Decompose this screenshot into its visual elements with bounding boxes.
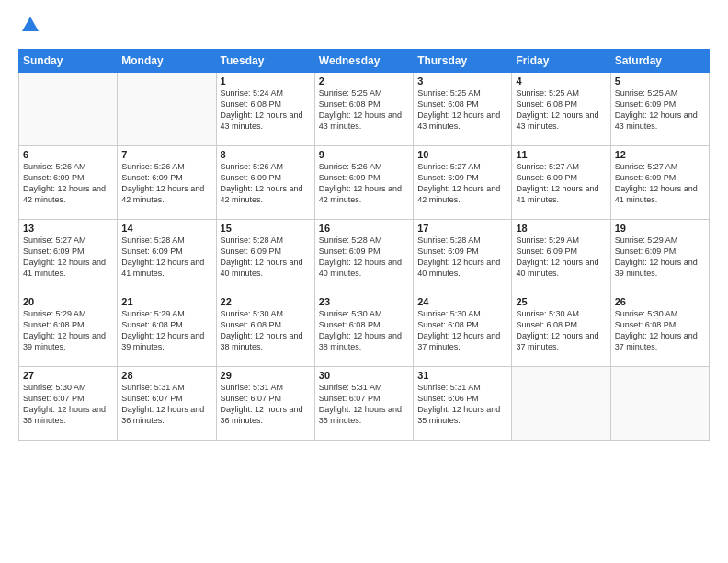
cell-info: Sunrise: 5:26 AMSunset: 6:09 PMDaylight:…	[121, 161, 211, 206]
calendar-cell	[512, 366, 610, 440]
calendar-cell: 11Sunrise: 5:27 AMSunset: 6:09 PMDayligh…	[512, 145, 610, 219]
cell-info: Sunrise: 5:26 AMSunset: 6:09 PMDaylight:…	[221, 161, 311, 206]
calendar-cell: 9Sunrise: 5:26 AMSunset: 6:09 PMDaylight…	[314, 145, 413, 219]
calendar-cell: 8Sunrise: 5:26 AMSunset: 6:09 PMDaylight…	[216, 145, 314, 219]
day-number: 22	[221, 296, 311, 307]
calendar-cell: 14Sunrise: 5:28 AMSunset: 6:09 PMDayligh…	[118, 219, 216, 293]
cell-info: Sunrise: 5:27 AMSunset: 6:09 PMDaylight:…	[516, 161, 606, 206]
day-number: 20	[23, 296, 113, 307]
day-number: 26	[615, 296, 705, 307]
calendar-cell	[118, 72, 216, 145]
day-number: 8	[221, 149, 311, 160]
header	[18, 15, 710, 40]
page: SundayMondayTuesdayWednesdayThursdayFrid…	[0, 0, 728, 563]
calendar-cell: 13Sunrise: 5:27 AMSunset: 6:09 PMDayligh…	[19, 219, 118, 293]
calendar-day-header: Thursday	[414, 49, 512, 72]
cell-info: Sunrise: 5:31 AMSunset: 6:07 PMDaylight:…	[319, 382, 409, 427]
calendar-cell: 2Sunrise: 5:25 AMSunset: 6:08 PMDaylight…	[314, 72, 413, 145]
day-number: 28	[121, 370, 211, 381]
calendar-cell: 27Sunrise: 5:30 AMSunset: 6:07 PMDayligh…	[19, 366, 118, 440]
day-number: 13	[23, 223, 113, 234]
cell-info: Sunrise: 5:30 AMSunset: 6:08 PMDaylight:…	[516, 308, 606, 353]
calendar-week-row: 6Sunrise: 5:26 AMSunset: 6:09 PMDaylight…	[19, 145, 710, 219]
cell-info: Sunrise: 5:25 AMSunset: 6:08 PMDaylight:…	[417, 87, 507, 132]
calendar-day-header: Sunday	[19, 49, 118, 72]
day-number: 19	[615, 223, 705, 234]
cell-info: Sunrise: 5:30 AMSunset: 6:08 PMDaylight:…	[221, 308, 311, 353]
day-number: 21	[121, 296, 211, 307]
day-number: 16	[319, 223, 409, 234]
calendar-cell: 4Sunrise: 5:25 AMSunset: 6:08 PMDaylight…	[512, 72, 610, 145]
day-number: 30	[319, 370, 409, 381]
calendar-week-row: 20Sunrise: 5:29 AMSunset: 6:08 PMDayligh…	[19, 293, 710, 366]
day-number: 24	[417, 296, 507, 307]
cell-info: Sunrise: 5:26 AMSunset: 6:09 PMDaylight:…	[319, 161, 409, 206]
calendar-cell: 20Sunrise: 5:29 AMSunset: 6:08 PMDayligh…	[19, 293, 118, 366]
calendar-cell: 24Sunrise: 5:30 AMSunset: 6:08 PMDayligh…	[414, 293, 512, 366]
cell-info: Sunrise: 5:27 AMSunset: 6:09 PMDaylight:…	[615, 161, 705, 206]
calendar-cell: 18Sunrise: 5:29 AMSunset: 6:09 PMDayligh…	[512, 219, 610, 293]
cell-info: Sunrise: 5:31 AMSunset: 6:07 PMDaylight:…	[221, 382, 311, 427]
calendar-cell: 16Sunrise: 5:28 AMSunset: 6:09 PMDayligh…	[314, 219, 413, 293]
cell-info: Sunrise: 5:27 AMSunset: 6:09 PMDaylight:…	[417, 161, 507, 206]
calendar-day-header: Tuesday	[216, 49, 314, 72]
day-number: 1	[221, 75, 311, 86]
calendar-cell: 1Sunrise: 5:24 AMSunset: 6:08 PMDaylight…	[216, 72, 314, 145]
day-number: 15	[221, 223, 311, 234]
day-number: 9	[319, 149, 409, 160]
day-number: 6	[23, 149, 113, 160]
logo-text	[18, 15, 40, 40]
calendar-cell: 26Sunrise: 5:30 AMSunset: 6:08 PMDayligh…	[610, 293, 709, 366]
calendar-cell: 22Sunrise: 5:30 AMSunset: 6:08 PMDayligh…	[216, 293, 314, 366]
cell-info: Sunrise: 5:29 AMSunset: 6:09 PMDaylight:…	[516, 235, 606, 280]
calendar-cell	[610, 366, 709, 440]
calendar-cell: 12Sunrise: 5:27 AMSunset: 6:09 PMDayligh…	[610, 145, 709, 219]
day-number: 31	[417, 370, 507, 381]
cell-info: Sunrise: 5:30 AMSunset: 6:08 PMDaylight:…	[615, 308, 705, 353]
logo-icon	[20, 15, 40, 35]
cell-info: Sunrise: 5:28 AMSunset: 6:09 PMDaylight:…	[417, 235, 507, 280]
cell-info: Sunrise: 5:30 AMSunset: 6:08 PMDaylight:…	[417, 308, 507, 353]
cell-info: Sunrise: 5:25 AMSunset: 6:09 PMDaylight:…	[615, 87, 705, 132]
calendar-cell: 31Sunrise: 5:31 AMSunset: 6:06 PMDayligh…	[414, 366, 512, 440]
cell-info: Sunrise: 5:24 AMSunset: 6:08 PMDaylight:…	[221, 87, 311, 132]
cell-info: Sunrise: 5:25 AMSunset: 6:08 PMDaylight:…	[516, 87, 606, 132]
calendar-cell: 7Sunrise: 5:26 AMSunset: 6:09 PMDaylight…	[118, 145, 216, 219]
calendar-cell: 25Sunrise: 5:30 AMSunset: 6:08 PMDayligh…	[512, 293, 610, 366]
calendar-header-row: SundayMondayTuesdayWednesdayThursdayFrid…	[19, 49, 710, 72]
calendar-cell: 10Sunrise: 5:27 AMSunset: 6:09 PMDayligh…	[414, 145, 512, 219]
calendar-cell: 15Sunrise: 5:28 AMSunset: 6:09 PMDayligh…	[216, 219, 314, 293]
calendar-table: SundayMondayTuesdayWednesdayThursdayFrid…	[18, 49, 710, 441]
day-number: 3	[417, 75, 507, 86]
calendar-cell: 21Sunrise: 5:29 AMSunset: 6:08 PMDayligh…	[118, 293, 216, 366]
cell-info: Sunrise: 5:31 AMSunset: 6:07 PMDaylight:…	[121, 382, 211, 427]
calendar-week-row: 27Sunrise: 5:30 AMSunset: 6:07 PMDayligh…	[19, 366, 710, 440]
day-number: 5	[615, 75, 705, 86]
cell-info: Sunrise: 5:29 AMSunset: 6:08 PMDaylight:…	[121, 308, 211, 353]
logo	[18, 15, 40, 40]
cell-info: Sunrise: 5:26 AMSunset: 6:09 PMDaylight:…	[23, 161, 113, 206]
calendar-cell: 28Sunrise: 5:31 AMSunset: 6:07 PMDayligh…	[118, 366, 216, 440]
cell-info: Sunrise: 5:27 AMSunset: 6:09 PMDaylight:…	[23, 235, 113, 280]
calendar-week-row: 13Sunrise: 5:27 AMSunset: 6:09 PMDayligh…	[19, 219, 710, 293]
calendar-day-header: Monday	[118, 49, 216, 72]
calendar-cell: 6Sunrise: 5:26 AMSunset: 6:09 PMDaylight…	[19, 145, 118, 219]
cell-info: Sunrise: 5:29 AMSunset: 6:09 PMDaylight:…	[615, 235, 705, 280]
calendar-day-header: Friday	[512, 49, 610, 72]
calendar-cell: 23Sunrise: 5:30 AMSunset: 6:08 PMDayligh…	[314, 293, 413, 366]
calendar-cell: 3Sunrise: 5:25 AMSunset: 6:08 PMDaylight…	[414, 72, 512, 145]
cell-info: Sunrise: 5:28 AMSunset: 6:09 PMDaylight:…	[221, 235, 311, 280]
cell-info: Sunrise: 5:28 AMSunset: 6:09 PMDaylight:…	[121, 235, 211, 280]
calendar-cell	[19, 72, 118, 145]
day-number: 25	[516, 296, 606, 307]
cell-info: Sunrise: 5:30 AMSunset: 6:08 PMDaylight:…	[319, 308, 409, 353]
day-number: 10	[417, 149, 507, 160]
day-number: 14	[121, 223, 211, 234]
cell-info: Sunrise: 5:25 AMSunset: 6:08 PMDaylight:…	[319, 87, 409, 132]
day-number: 27	[23, 370, 113, 381]
calendar-cell: 29Sunrise: 5:31 AMSunset: 6:07 PMDayligh…	[216, 366, 314, 440]
calendar-cell: 19Sunrise: 5:29 AMSunset: 6:09 PMDayligh…	[610, 219, 709, 293]
cell-info: Sunrise: 5:30 AMSunset: 6:07 PMDaylight:…	[23, 382, 113, 427]
day-number: 11	[516, 149, 606, 160]
calendar-week-row: 1Sunrise: 5:24 AMSunset: 6:08 PMDaylight…	[19, 72, 710, 145]
